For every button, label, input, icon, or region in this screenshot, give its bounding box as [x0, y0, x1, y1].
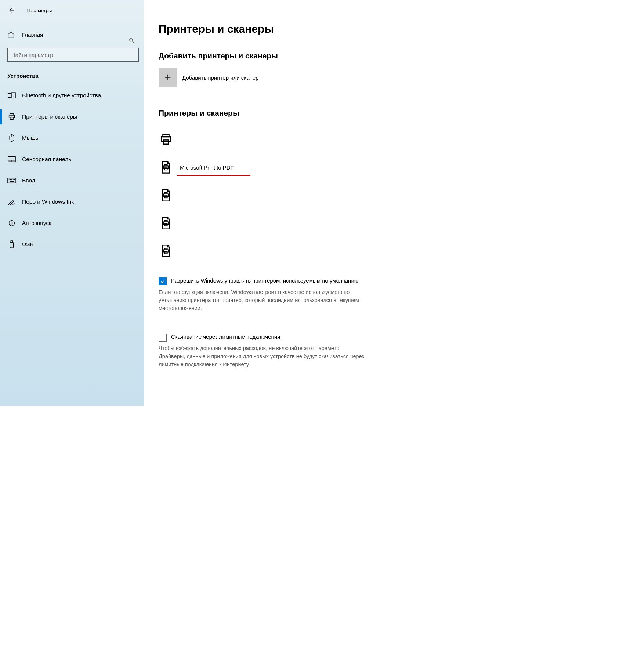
category-label: Устройства: [7, 73, 144, 79]
sidebar: Параметры Главная Устройства Bluetooth и…: [0, 0, 144, 406]
back-button[interactable]: [7, 6, 15, 15]
window-title: Параметры: [26, 8, 52, 13]
sidebar-item-usb[interactable]: USB: [0, 234, 144, 255]
svg-rect-13: [8, 178, 16, 183]
device-item[interactable]: [159, 237, 382, 265]
home-icon: [7, 31, 15, 38]
printer-file-icon: [159, 216, 173, 230]
sidebar-item-bluetooth[interactable]: Bluetooth и другие устройства: [0, 85, 144, 106]
printer-file-icon: [159, 244, 173, 258]
svg-rect-6: [9, 115, 15, 118]
svg-point-20: [9, 221, 15, 226]
svg-point-0: [130, 39, 133, 41]
sidebar-item-label: Перо и Windows Ink: [22, 199, 74, 205]
home-nav[interactable]: Главная: [0, 26, 144, 43]
svg-rect-32: [164, 193, 167, 194]
svg-point-17: [13, 179, 14, 180]
svg-point-4: [13, 97, 14, 97]
plus-icon: [159, 68, 177, 87]
svg-line-1: [132, 41, 134, 43]
metered-download-help: Чтобы избежать дополнительных расходов, …: [159, 345, 364, 368]
device-item[interactable]: [159, 209, 382, 237]
svg-point-16: [11, 179, 12, 180]
sidebar-item-printers[interactable]: Принтеры и сканеры: [0, 106, 144, 127]
add-section-title: Добавить принтеры и сканеры: [159, 51, 382, 60]
annotation-underline: [177, 175, 250, 176]
touchpad-icon: [7, 156, 16, 163]
svg-rect-22: [10, 243, 13, 248]
svg-rect-7: [10, 117, 13, 120]
arrow-left-icon: [8, 7, 14, 14]
svg-rect-3: [11, 93, 15, 98]
svg-rect-27: [163, 140, 169, 144]
search-icon: [129, 37, 134, 43]
printer-file-icon: [159, 189, 173, 202]
sidebar-item-touchpad[interactable]: Сенсорная панель: [0, 149, 144, 170]
usb-icon: [7, 240, 16, 248]
page-title: Принтеры и сканеры: [159, 23, 382, 35]
sidebar-item-label: Мышь: [22, 135, 39, 141]
home-label: Главная: [22, 32, 43, 38]
printer-file-icon: [159, 161, 173, 174]
sidebar-item-label: Bluetooth и другие устройства: [22, 92, 101, 99]
add-label: Добавить принтер или сканер: [182, 74, 259, 81]
svg-rect-2: [8, 94, 11, 98]
svg-rect-26: [161, 137, 171, 142]
mouse-icon: [7, 134, 16, 142]
sidebar-item-autoplay[interactable]: Автозапуск: [0, 212, 144, 234]
sidebar-item-mouse[interactable]: Мышь: [0, 127, 144, 149]
default-printer-label: Разрешить Windows управлять принтером, и…: [171, 277, 358, 285]
svg-point-18: [14, 179, 15, 180]
main-content: Принтеры и сканеры Добавить принтеры и с…: [144, 0, 397, 406]
autoplay-icon: [7, 219, 16, 227]
list-section-title: Принтеры и сканеры: [159, 109, 382, 117]
device-item-print-to-pdf[interactable]: Microsoft Print to PDF: [159, 153, 382, 181]
svg-rect-19: [10, 181, 14, 182]
svg-rect-35: [164, 221, 167, 222]
sidebar-item-label: Ввод: [22, 177, 35, 184]
printer-device-icon: [159, 133, 173, 146]
device-label: Microsoft Print to PDF: [180, 164, 234, 171]
device-item[interactable]: [159, 125, 382, 153]
svg-rect-38: [164, 248, 167, 250]
sidebar-item-label: Принтеры и сканеры: [22, 113, 77, 120]
keyboard-icon: [7, 178, 16, 183]
device-item[interactable]: [159, 181, 382, 209]
metered-download-checkbox[interactable]: [159, 334, 167, 342]
sidebar-item-label: USB: [22, 241, 34, 248]
bluetooth-devices-icon: [7, 92, 16, 99]
sidebar-item-label: Сенсорная панель: [22, 156, 71, 163]
checkmark-icon: [160, 279, 165, 284]
metered-download-label: Скачивание через лимитные подключения: [171, 333, 280, 341]
sidebar-item-label: Автозапуск: [22, 220, 51, 226]
printer-icon: [7, 113, 16, 120]
svg-rect-21: [11, 241, 13, 243]
default-printer-checkbox[interactable]: [159, 277, 167, 285]
svg-rect-29: [164, 165, 167, 166]
add-printer-button[interactable]: Добавить принтер или сканер: [159, 68, 382, 87]
default-printer-help: Если эта функция включена, Windows настр…: [159, 288, 364, 312]
pen-icon: [7, 198, 16, 205]
sidebar-item-typing[interactable]: Ввод: [0, 170, 144, 191]
sidebar-item-pen[interactable]: Перо и Windows Ink: [0, 191, 144, 212]
svg-point-15: [10, 179, 11, 180]
svg-point-14: [9, 179, 10, 180]
search-input[interactable]: [7, 48, 139, 62]
